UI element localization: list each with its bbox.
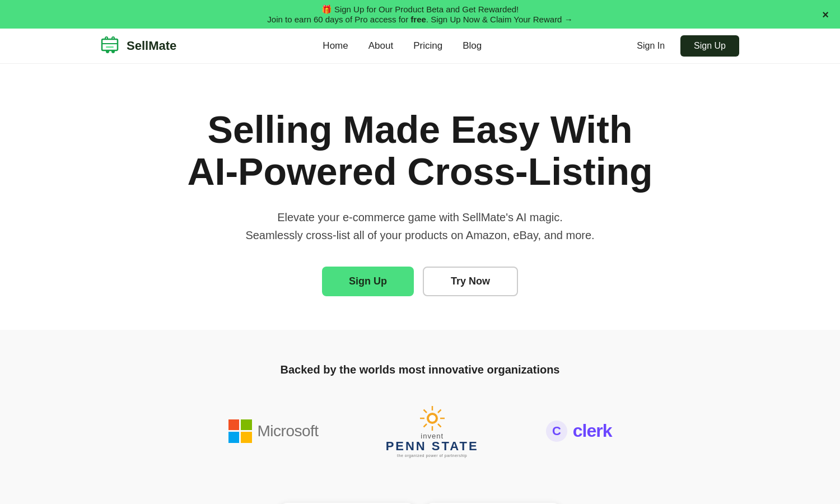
hero-signup-button[interactable]: Sign Up bbox=[322, 267, 414, 296]
svg-point-13 bbox=[429, 415, 436, 422]
banner-suffix: . Sign Up Now & Claim Your Reward → bbox=[426, 15, 573, 24]
logo[interactable]: SellMate bbox=[101, 36, 176, 56]
svg-line-8 bbox=[423, 409, 427, 413]
nav-links: Home About Pricing Blog bbox=[323, 40, 482, 52]
penn-state-label: PENN STATE bbox=[386, 440, 479, 452]
hero-headline-line1: Selling Made Easy With bbox=[208, 108, 633, 151]
clerk-icon: C bbox=[546, 421, 567, 442]
backers-section: Backed by the worlds most innovative org… bbox=[0, 330, 840, 492]
hero-subtext-line1: Elevate your e-commerce game with SellMa… bbox=[277, 211, 563, 223]
sign-in-button[interactable]: Sign In bbox=[628, 36, 674, 55]
hero-buttons: Sign Up Try Now bbox=[112, 267, 728, 296]
ms-red-square bbox=[228, 419, 240, 431]
invent-penn-state-star-icon bbox=[416, 404, 449, 432]
nav-link-home[interactable]: Home bbox=[323, 40, 348, 51]
clerk-text: clerk bbox=[573, 421, 612, 441]
logo-text: SellMate bbox=[127, 39, 176, 53]
hero-try-button[interactable]: Try Now bbox=[423, 267, 518, 296]
nav-link-pricing[interactable]: Pricing bbox=[413, 40, 442, 51]
nav-link-about[interactable]: About bbox=[368, 40, 393, 51]
svg-line-9 bbox=[438, 424, 441, 427]
microsoft-grid-icon bbox=[228, 419, 252, 443]
hero-headline-line2: AI-Powered Cross-Listing bbox=[187, 150, 652, 193]
hero-section: Selling Made Easy With AI-Powered Cross-… bbox=[0, 64, 840, 330]
backers-logos: Microsoft invent bbox=[90, 404, 750, 458]
ms-yellow-square bbox=[241, 432, 252, 443]
hero-subtext: Elevate your e-commerce game with SellMa… bbox=[112, 208, 728, 244]
svg-text:C: C bbox=[552, 424, 561, 438]
svg-point-3 bbox=[111, 50, 115, 53]
ips-tagline: the organized power of partnership bbox=[386, 454, 479, 458]
sign-up-nav-button[interactable]: Sign Up bbox=[680, 35, 739, 57]
nav-item-about[interactable]: About bbox=[368, 40, 393, 52]
nav-item-home[interactable]: Home bbox=[323, 40, 348, 52]
svg-line-10 bbox=[438, 409, 441, 413]
nav-link-blog[interactable]: Blog bbox=[463, 40, 482, 51]
ms-green-square bbox=[241, 419, 252, 431]
logo-icon bbox=[101, 36, 123, 56]
hero-headline: Selling Made Easy With AI-Powered Cross-… bbox=[112, 109, 728, 193]
close-banner-button[interactable]: × bbox=[822, 8, 829, 21]
banner-free-word: free bbox=[410, 15, 426, 24]
cards-preview: ⇄ 🔥 bbox=[0, 492, 840, 504]
announcement-banner: 🎁 Sign Up for Our Product Beta and Get R… bbox=[0, 0, 840, 29]
banner-prefix: Join to earn 60 days of Pro access for bbox=[267, 15, 410, 24]
nav-item-blog[interactable]: Blog bbox=[463, 40, 482, 52]
svg-point-2 bbox=[106, 50, 109, 53]
clerk-logo: C clerk bbox=[546, 421, 612, 442]
svg-rect-0 bbox=[102, 39, 118, 50]
invent-penn-state-logo: invent PENN STATE the organized power of… bbox=[386, 404, 479, 458]
backers-title: Backed by the worlds most innovative org… bbox=[90, 363, 750, 376]
banner-main-text: 🎁 Sign Up for Our Product Beta and Get R… bbox=[22, 4, 818, 15]
nav-actions: Sign In Sign Up bbox=[628, 35, 739, 57]
banner-sub-text: Join to earn 60 days of Pro access for f… bbox=[22, 15, 818, 24]
ms-blue-square bbox=[228, 432, 240, 443]
svg-line-11 bbox=[423, 424, 427, 427]
microsoft-logo: Microsoft bbox=[228, 419, 319, 443]
nav-item-pricing[interactable]: Pricing bbox=[413, 40, 442, 52]
navbar: SellMate Home About Pricing Blog Sign In… bbox=[0, 29, 840, 64]
microsoft-text: Microsoft bbox=[258, 422, 319, 440]
hero-subtext-line2: Seamlessly cross-list all of your produc… bbox=[245, 229, 594, 241]
